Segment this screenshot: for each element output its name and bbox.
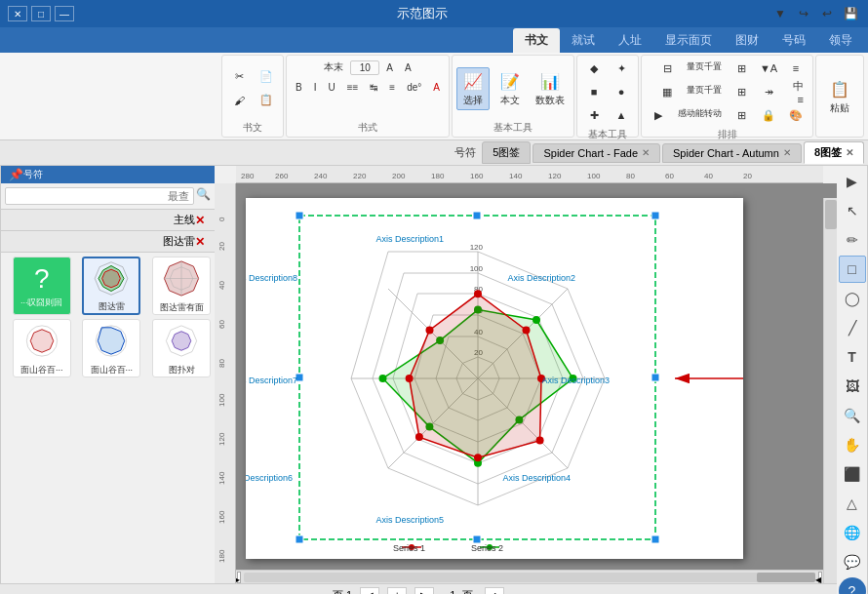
tab-text[interactable]: 书文 [513,28,560,53]
tool-help[interactable]: ? [839,577,866,594]
tool-fill[interactable]: ⬛ [839,460,866,488]
tool-globe[interactable]: 🌐 [839,519,866,546]
qa-dropdown[interactable]: ▼ [770,4,790,23]
hscroll-right-btn[interactable]: ▸ [237,572,241,583]
qa-save[interactable]: 💾 [841,4,860,23]
doc-tab-2[interactable]: ✕ Spider Chart - Fade [533,143,660,163]
window-controls[interactable]: — □ ✕ [8,6,74,21]
extra-btn3[interactable]: B [291,79,307,96]
doc-tab-3[interactable]: 5图签 [482,141,531,164]
font-name-btn[interactable]: 本末 [319,58,348,77]
page-next-btn[interactable]: ▶ [414,587,434,595]
hscroll-track[interactable] [244,573,815,582]
chart-thumb-3[interactable]: 图扑对 [152,319,211,377]
section-2-close[interactable]: ✕ [195,235,205,249]
chart-thumb-0[interactable]: 图达雷有面 [152,257,211,315]
extra3-btn[interactable]: ▶ [646,104,671,126]
numbering-btn[interactable]: 📊 数数表 [531,67,570,110]
tool-select[interactable]: ▶ [839,168,866,195]
tool-pen[interactable]: ✏ [839,226,866,254]
chart-thumb-2[interactable]: ? 叹囧则回··· [13,257,71,315]
plus-btn[interactable]: ✚ [581,104,607,126]
circle-btn[interactable]: ● [609,81,634,102]
tab-test[interactable]: 就试 [560,28,607,53]
tool-ellipse[interactable]: ◯ [839,285,866,312]
chart-thumb-5[interactable]: ···面山谷百 [13,319,71,377]
table-btn[interactable]: ⊞ [729,81,754,102]
star-btn[interactable]: ✦ [609,58,634,79]
color-btn[interactable]: 🎨 [783,104,809,126]
superscript-btn[interactable]: °de [402,79,426,96]
page-add-btn[interactable]: + [387,587,407,595]
chart-thumb-1[interactable]: 图达雷 [82,257,140,315]
page-reset2-btn[interactable]: 量页千置 [682,81,727,102]
tool-arrow[interactable]: ↖ [839,197,866,224]
qa-redo[interactable]: ↪ [794,4,813,23]
tool-line[interactable]: ╱ [839,314,866,341]
paste2-btn[interactable]: 📋 [254,90,279,111]
copy-btn[interactable]: 📄 [254,66,279,88]
cut-btn2[interactable]: ✂ [226,66,252,88]
tab-address[interactable]: 人址 [607,28,653,53]
section-1-close[interactable]: ✕ [195,214,205,227]
anim-btn[interactable]: 感动能转动 [673,104,727,126]
maximize-btn[interactable]: □ [31,6,51,21]
list-btn[interactable]: ≡ [384,79,400,96]
indent-btn[interactable]: ↠ [756,81,781,102]
page-prev-btn[interactable]: ◀ [360,587,379,595]
hscroll-left-btn[interactable]: ◂ [818,572,822,583]
align-center-btn[interactable]: 中≡ [783,81,809,102]
extra2-btn[interactable]: ▦ [654,81,680,102]
chart-thumb-4[interactable]: ···面山谷百 [82,319,140,377]
doc-tab-close-2[interactable]: ✕ [642,147,650,158]
tool-comment[interactable]: 💬 [839,548,866,575]
text-insert-btn[interactable]: 📝 本文 [493,67,527,110]
doc-tab-close-0[interactable]: ✕ [846,147,853,158]
canvas-background[interactable]: 20 40 60 80 100 120 [236,183,837,583]
tool-hand[interactable]: ✋ [839,431,866,458]
doc-tab-1[interactable]: ✕ Spider Chart - Autumn [662,143,802,163]
indent2-btn[interactable]: ↹ [365,79,382,96]
doc-tab-0[interactable]: ✕ 8图签 [804,141,864,164]
font-a2-btn[interactable]: A [381,59,398,76]
tri-btn[interactable]: ▲ [609,104,634,126]
canvas-container[interactable]: 280 260 240 220 200 180 160 140 120 100 … [215,166,837,583]
canvas-hscroll[interactable]: ◂ ▸ [236,570,823,583]
tool-triangle[interactable]: △ [839,490,866,517]
align-left-btn[interactable]: ≡ [783,58,809,79]
tool-rect[interactable]: □ [839,256,866,283]
tab-leader[interactable]: 领导 [817,28,864,53]
tool-image[interactable]: 🖼 [839,373,866,400]
page-reset-btn[interactable]: 量页千置 [682,58,727,79]
extra-btn2[interactable]: I [309,79,322,96]
font-size-btn[interactable]: A▼ [756,58,781,79]
diamond-btn[interactable]: ◆ [581,58,607,79]
title-left-controls[interactable]: 💾 ↩ ↪ ▼ [770,4,860,23]
tab-number[interactable]: 号码 [770,28,817,53]
select-chart-btn[interactable]: 📈 选择 [456,67,490,110]
font-a-btn[interactable]: A [400,59,416,76]
canvas-page[interactable]: 20 40 60 80 100 120 [246,198,743,559]
sub-btn[interactable]: ≡≡ [342,79,364,96]
lock-btn[interactable]: 🔒 [756,104,781,126]
tool-text[interactable]: T [839,343,866,371]
tool-zoom[interactable]: 🔍 [839,402,866,429]
tab-chart[interactable]: 图财 [724,28,770,53]
paste-btn[interactable]: 📋 粘贴 [823,75,856,118]
extra-btn1[interactable]: U [323,79,339,96]
tab-view[interactable]: 显示面页 [653,28,724,53]
panel-search-input[interactable] [5,187,194,205]
extra1-btn[interactable]: ⊟ [654,58,680,79]
panel-pin-btn[interactable]: 📌 [9,168,23,181]
color-a-btn[interactable]: A [428,79,445,96]
minimize-btn[interactable]: — [55,6,74,21]
close-btn[interactable]: ✕ [8,6,27,21]
font-size-field[interactable]: 10 [350,60,379,75]
format-paint-btn[interactable]: 🖌 [226,90,252,111]
merge-btn[interactable]: ⊞ [729,58,754,79]
rect-btn[interactable]: ■ [581,81,607,102]
page-expand-btn[interactable]: ∧ [485,587,504,595]
doc-tab-close-1[interactable]: ✕ [783,147,791,158]
canvas-vscroll[interactable] [823,198,837,583]
qa-undo[interactable]: ↩ [817,4,837,23]
